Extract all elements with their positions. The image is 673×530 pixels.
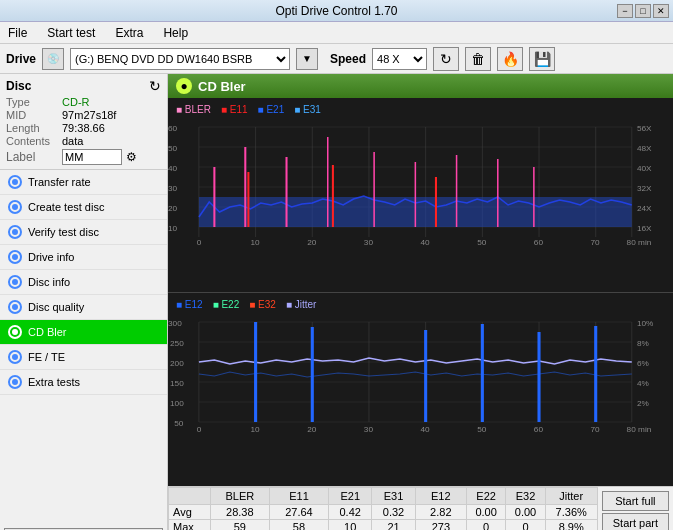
disc-type-value: CD-R (62, 96, 90, 108)
svg-text:40: 40 (168, 164, 178, 173)
stats-table-wrapper: BLER E11 E21 E31 E12 E22 E32 Jitter Avg (168, 487, 673, 530)
stats-max-jitter: 8.9% (545, 520, 597, 531)
stats-max-e31: 21 (372, 520, 415, 531)
stats-max-bler: 59 (210, 520, 269, 531)
stats-header-bler: BLER (210, 488, 269, 505)
svg-text:40: 40 (421, 238, 431, 247)
svg-text:40: 40 (421, 425, 431, 432)
svg-text:4%: 4% (637, 379, 649, 388)
svg-text:200: 200 (170, 359, 184, 368)
legend-jitter: ■ Jitter (286, 299, 317, 310)
svg-text:50: 50 (168, 144, 178, 153)
chart-icon: ● (176, 78, 192, 94)
disc-mid-label: MID (6, 109, 58, 121)
stats-avg-e11: 27.64 (269, 505, 328, 520)
svg-text:40X: 40X (637, 164, 652, 173)
nav-icon-transfer-rate (8, 175, 22, 189)
title-bar: Opti Drive Control 1.70 − □ ✕ (0, 0, 673, 22)
sidebar-item-fe-te[interactable]: FE / TE (0, 345, 167, 370)
minimize-button[interactable]: − (617, 4, 633, 18)
stats-header-e21: E21 (329, 488, 372, 505)
stats-header-e31: E31 (372, 488, 415, 505)
stats-row-max: Max 59 58 10 21 273 0 0 8.9% (169, 520, 598, 531)
legend-e22: ■ E22 (213, 299, 240, 310)
legend-e21: ■ E21 (258, 104, 285, 115)
disc-length-label: Length (6, 122, 58, 134)
svg-text:20: 20 (307, 425, 317, 432)
svg-text:6%: 6% (637, 359, 649, 368)
svg-text:80 min: 80 min (627, 425, 652, 432)
svg-text:0: 0 (197, 425, 202, 432)
svg-text:10: 10 (250, 238, 260, 247)
disc-contents-label: Contents (6, 135, 58, 147)
save-button[interactable]: 💾 (529, 47, 555, 71)
svg-text:32X: 32X (637, 184, 652, 193)
stats-max-e32: 0 (506, 520, 545, 531)
svg-text:10: 10 (250, 425, 260, 432)
disc-edit-icon[interactable]: ⚙ (126, 150, 137, 164)
chart-header: ● CD Bler (168, 74, 673, 98)
refresh-button[interactable]: ↻ (433, 47, 459, 71)
svg-text:250: 250 (170, 339, 184, 348)
drive-select[interactable]: (G:) BENQ DVD DD DW1640 BSRB (70, 48, 290, 70)
disc-title: Disc (6, 79, 31, 93)
svg-text:8%: 8% (637, 339, 649, 348)
svg-text:10: 10 (168, 224, 178, 233)
nav-label-fe-te: FE / TE (28, 351, 65, 363)
disc-refresh-icon[interactable]: ↻ (149, 78, 161, 94)
disc-label-label: Label (6, 150, 58, 164)
nav-container: Transfer rateCreate test discVerify test… (0, 170, 167, 395)
burn-button[interactable]: 🔥 (497, 47, 523, 71)
svg-text:56X: 56X (637, 124, 652, 133)
disc-label-input[interactable] (62, 149, 122, 165)
nav-label-cd-bler: CD Bler (28, 326, 67, 338)
svg-text:0: 0 (197, 238, 202, 247)
drive-arrow-icon[interactable]: ▼ (296, 48, 318, 70)
sidebar-item-extra-tests[interactable]: Extra tests (0, 370, 167, 395)
sidebar-item-disc-info[interactable]: Disc info (0, 270, 167, 295)
svg-text:150: 150 (170, 379, 184, 388)
drive-bar: Drive 💿 (G:) BENQ DVD DD DW1640 BSRB ▼ S… (0, 44, 673, 74)
main-layout: Disc ↻ Type CD-R MID 97m27s18f Length 79… (0, 74, 673, 530)
sidebar: Disc ↻ Type CD-R MID 97m27s18f Length 79… (0, 74, 168, 530)
nav-icon-disc-info (8, 275, 22, 289)
nav-label-extra-tests: Extra tests (28, 376, 80, 388)
nav-label-disc-quality: Disc quality (28, 301, 84, 313)
speed-select[interactable]: 48 X (372, 48, 427, 70)
stats-table: BLER E11 E21 E31 E12 E22 E32 Jitter Avg (168, 487, 598, 530)
sidebar-item-create-test-disc[interactable]: Create test disc (0, 195, 167, 220)
svg-text:30: 30 (364, 238, 374, 247)
menu-help[interactable]: Help (159, 24, 192, 42)
start-part-button[interactable]: Start part (602, 513, 669, 530)
drive-label: Drive (6, 52, 36, 66)
charts-container: ■ BLER ■ E11 ■ E21 ■ E31 (168, 98, 673, 486)
stats-max-e12: 273 (415, 520, 466, 531)
stats-avg-e22: 0.00 (466, 505, 505, 520)
svg-text:20: 20 (307, 238, 317, 247)
sidebar-item-disc-quality[interactable]: Disc quality (0, 295, 167, 320)
sidebar-item-verify-test-disc[interactable]: Verify test disc (0, 220, 167, 245)
sidebar-item-transfer-rate[interactable]: Transfer rate (0, 170, 167, 195)
menu-start-test[interactable]: Start test (43, 24, 99, 42)
legend-e32: ■ E32 (249, 299, 276, 310)
menu-extra[interactable]: Extra (111, 24, 147, 42)
stats-header-e22: E22 (466, 488, 505, 505)
sidebar-item-cd-bler[interactable]: CD Bler (0, 320, 167, 345)
erase-button[interactable]: 🗑 (465, 47, 491, 71)
chart-title: CD Bler (198, 79, 246, 94)
stats-header-jitter: Jitter (545, 488, 597, 505)
app-title: Opti Drive Control 1.70 (275, 4, 397, 18)
stats-header-e32: E32 (506, 488, 545, 505)
drive-icon: 💿 (42, 48, 64, 70)
nav-icon-extra-tests (8, 375, 22, 389)
sidebar-item-drive-info[interactable]: Drive info (0, 245, 167, 270)
close-button[interactable]: ✕ (653, 4, 669, 18)
nav-label-verify-test-disc: Verify test disc (28, 226, 99, 238)
menu-bar: File Start test Extra Help (0, 22, 673, 44)
maximize-button[interactable]: □ (635, 4, 651, 18)
top-chart-svg: 60 50 40 30 20 10 56X 48X 40X 32X 24X 16… (168, 117, 673, 247)
stats-avg-e21: 0.42 (329, 505, 372, 520)
menu-file[interactable]: File (4, 24, 31, 42)
svg-text:16X: 16X (637, 224, 652, 233)
start-full-button[interactable]: Start full (602, 491, 669, 511)
